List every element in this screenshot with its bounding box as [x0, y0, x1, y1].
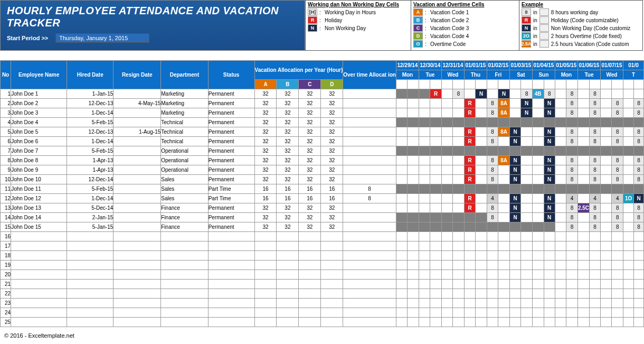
- legend-text: 2.5 hours Vacation (Code custom: [551, 41, 629, 47]
- legend-chip: N: [308, 24, 317, 32]
- start-period-value[interactable]: Thursday, January 1, 2015: [55, 33, 149, 43]
- table-row[interactable]: 20: [1, 270, 644, 280]
- legend-text: Vacation Code 1: [430, 10, 469, 15]
- table-row[interactable]: 2John Doe 212-Dec-134-May-15MarketingPer…: [1, 99, 644, 108]
- legend-chip: R: [522, 16, 531, 24]
- legend-chip: N: [522, 24, 531, 32]
- legend-text: Holiday: [325, 17, 342, 23]
- legend-working-days: Working dan Non Working Day Cells [H]:Wo…: [305, 0, 411, 51]
- table-row[interactable]: 16: [1, 232, 644, 241]
- legend-chip: C: [413, 24, 423, 32]
- legend-example: Example 8in8 hours working dayRinHoliday…: [519, 0, 643, 51]
- table-row[interactable]: 23: [1, 299, 644, 308]
- legend-text: Vacation Code 3: [430, 25, 469, 31]
- legend-chip: 2O: [522, 32, 531, 40]
- table-row[interactable]: 13John Doe 135-Dec-14FinancePermanent323…: [1, 203, 644, 213]
- table-row[interactable]: 11John Doe 115-Feb-15SalesPart Time16161…: [1, 184, 644, 194]
- legend-text: 2 hours Overtime (Code fixed): [551, 33, 622, 39]
- legend-text: 8 hours working day: [551, 10, 599, 15]
- table-row[interactable]: 1John Doe 11-Jan-15MarketingPermanent323…: [1, 89, 644, 99]
- table-row[interactable]: 9John Doe 91-Apr-13OperationalPermanent3…: [1, 165, 644, 175]
- legend-chip: A: [413, 8, 423, 16]
- legend-vacation-codes: Vacation and Overtime Cells A:Vacation C…: [411, 0, 519, 51]
- table-row[interactable]: 10John Doe 1012-Dec-14SalesPermanent3232…: [1, 175, 644, 184]
- table-row[interactable]: 25: [1, 318, 644, 327]
- legend-chip: 8: [522, 8, 531, 16]
- table-row[interactable]: 22: [1, 289, 644, 299]
- legend-text: Non Working Day: [325, 25, 366, 31]
- table-row[interactable]: 17: [1, 241, 644, 251]
- table-row[interactable]: 7John Doe 75-Feb-15OperationalPermanent3…: [1, 146, 644, 156]
- table-row[interactable]: 14John Doe 142-Jan-15FinancePermanent323…: [1, 213, 644, 222]
- title-banner: HOURLY EMPLOYEE ATTENDANCE AND VACATION …: [0, 0, 305, 51]
- legend-text: Working Day in Hours: [325, 10, 376, 15]
- legend-chip: D: [413, 32, 423, 40]
- page-title: HOURLY EMPLOYEE ATTENDANCE AND VACATION …: [7, 5, 298, 29]
- footer-copyright: © 2016 - Exceltemplate.net: [0, 332, 644, 339]
- table-row[interactable]: 18: [1, 251, 644, 261]
- legend-text: Non Working Day (Code customiz: [551, 25, 630, 31]
- table-row[interactable]: 19: [1, 261, 644, 270]
- attendance-table[interactable]: NoEmployee NameHired DateResign DateDepa…: [0, 60, 644, 327]
- legend-chip: O: [413, 40, 423, 48]
- table-row[interactable]: 12John Doe 121-Dec-14SalesPart Time16161…: [1, 194, 644, 203]
- legend-text: Vacation Code 2: [430, 17, 469, 23]
- legend-chip: [H]: [308, 8, 317, 16]
- start-period-label: Start Period >>: [7, 35, 48, 41]
- table-row[interactable]: 21: [1, 280, 644, 289]
- legend-chip: R: [308, 16, 317, 24]
- legend-text: Vacation Code 4: [430, 33, 469, 39]
- table-row[interactable]: 4John Doe 45-Feb-15TechnicalPermanent323…: [1, 118, 644, 127]
- table-row[interactable]: 24: [1, 308, 644, 318]
- table-row[interactable]: 5John Doe 512-Dec-131-Aug-15TechnicalPer…: [1, 127, 644, 137]
- legend-chip: 2.5A: [522, 40, 531, 48]
- legend-chip: B: [413, 16, 423, 24]
- table-row[interactable]: 8John Doe 81-Apr-13OperationalPermanent3…: [1, 156, 644, 165]
- table-row[interactable]: 6John Doe 61-Dec-14TechnicalPermanent323…: [1, 137, 644, 146]
- table-row[interactable]: 3John Doe 31-Dec-14MarketingPermanent323…: [1, 108, 644, 118]
- legend-text: Holiday (Code customizable): [551, 17, 619, 23]
- legend-text: Overtime Code: [430, 41, 466, 47]
- table-row[interactable]: 15John Doe 155-Jan-15FinancePermanent323…: [1, 222, 644, 232]
